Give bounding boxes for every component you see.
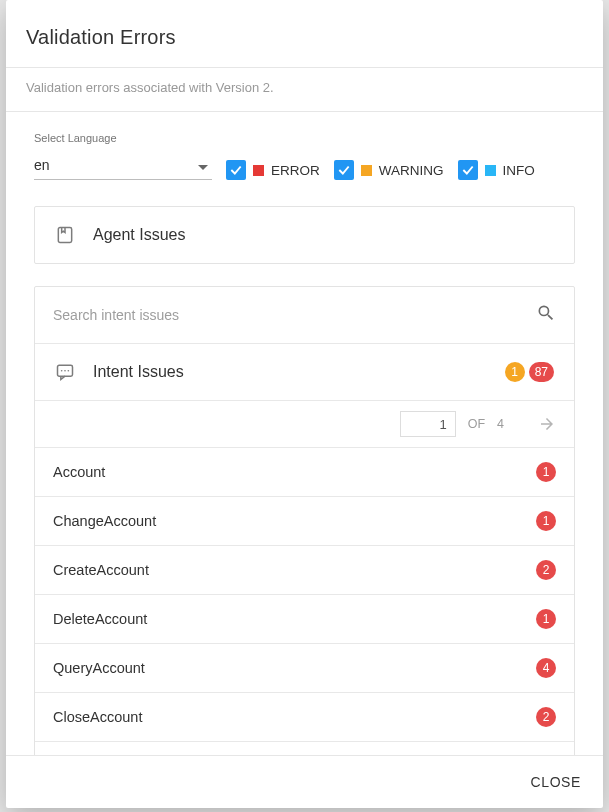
page-input[interactable] (400, 411, 456, 437)
intent-name: DeleteAccount (53, 611, 147, 627)
intent-row[interactable]: CreateAccount2 (35, 545, 574, 594)
dialog-title: Validation Errors (6, 0, 603, 67)
intent-error-count-badge: 2 (536, 560, 556, 580)
checkbox-checked-icon[interactable] (458, 160, 478, 180)
intent-error-count-badge: 2 (536, 707, 556, 727)
intent-issues-title: Intent Issues (93, 363, 184, 381)
intent-name: CloseAccount (53, 709, 142, 725)
filter-info[interactable]: INFO (458, 160, 535, 180)
svg-point-4 (68, 370, 70, 372)
search-input[interactable] (53, 307, 536, 323)
checkbox-checked-icon[interactable] (226, 160, 246, 180)
intent-row[interactable]: Account1 (35, 447, 574, 496)
language-selector[interactable]: Select Language en (34, 132, 212, 180)
checkbox-checked-icon[interactable] (334, 160, 354, 180)
error-label: ERROR (271, 163, 320, 178)
filter-warning[interactable]: WARNING (334, 160, 444, 180)
search-icon[interactable] (536, 303, 556, 327)
dialog-body[interactable]: Select Language en ERROR (6, 111, 603, 756)
warning-label: WARNING (379, 163, 444, 178)
filter-row: Select Language en ERROR (34, 132, 575, 180)
intent-row[interactable]: ChangeAccount1 (35, 496, 574, 545)
agent-issues-title: Agent Issues (93, 226, 186, 244)
pager-of-label: OF (468, 417, 485, 431)
dialog-footer: CLOSE (6, 756, 603, 808)
svg-point-2 (61, 370, 63, 372)
intent-row[interactable]: CloseAccount2 (35, 692, 574, 741)
pager-total: 4 (497, 417, 504, 431)
caret-down-icon (198, 158, 208, 174)
info-swatch-icon (485, 165, 496, 176)
filter-error[interactable]: ERROR (226, 160, 320, 180)
error-count-badge: 87 (529, 362, 554, 382)
pager: OF 4 (35, 400, 574, 447)
warning-count-badge: 1 (505, 362, 525, 382)
language-label: Select Language (34, 132, 212, 144)
book-icon (55, 225, 75, 245)
dialog-subtitle: Validation errors associated with Versio… (6, 67, 603, 111)
intent-name: ChangeAccount (53, 513, 156, 529)
agent-issues-section[interactable]: Agent Issues (34, 206, 575, 264)
intent-issues-header[interactable]: Intent Issues 1 87 (35, 343, 574, 400)
arrow-right-icon[interactable] (538, 415, 556, 433)
close-button[interactable]: CLOSE (531, 774, 581, 790)
warning-swatch-icon (361, 165, 372, 176)
intent-issues-section: Intent Issues 1 87 OF 4 Account1ChangeAc… (34, 286, 575, 756)
language-value: en (34, 157, 50, 173)
intent-error-count-badge: 1 (536, 609, 556, 629)
svg-point-3 (64, 370, 66, 372)
search-row (35, 287, 574, 343)
intent-name: QueryAccount (53, 660, 145, 676)
error-swatch-icon (253, 165, 264, 176)
intent-error-count-badge: 1 (536, 462, 556, 482)
validation-errors-dialog: Validation Errors Validation errors asso… (6, 0, 603, 808)
intent-error-count-badge: 4 (536, 658, 556, 678)
intent-name: CreateAccount (53, 562, 149, 578)
info-label: INFO (503, 163, 535, 178)
intent-list: Account1ChangeAccount1CreateAccount2Dele… (35, 447, 574, 756)
intent-row[interactable]: BankAccount1 (35, 741, 574, 756)
intent-row[interactable]: QueryAccount4 (35, 643, 574, 692)
chat-icon (55, 362, 75, 382)
intent-name: Account (53, 464, 105, 480)
intent-error-count-badge: 1 (536, 511, 556, 531)
intent-row[interactable]: DeleteAccount1 (35, 594, 574, 643)
language-select[interactable]: en (34, 153, 212, 180)
